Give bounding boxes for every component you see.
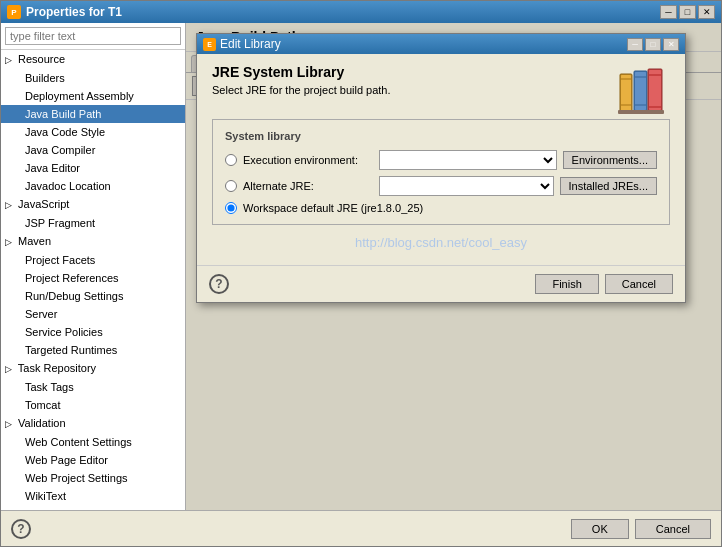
tree-container: ▷ Resource Builders Deployment Assembly … (1, 50, 185, 510)
title-bar-controls: ─ □ ✕ (660, 5, 715, 19)
sidebar-item-web-content-settings[interactable]: Web Content Settings (1, 433, 185, 451)
bottom-left: ? (11, 519, 31, 539)
filter-box (1, 23, 185, 50)
sidebar-item-label: Project Facets (25, 254, 95, 266)
sidebar-item-jsp-fragment[interactable]: JSP Fragment (1, 214, 185, 232)
workspace-jre-radio[interactable] (225, 202, 237, 214)
expand-arrow: ▷ (5, 416, 15, 432)
expand-arrow: ▷ (5, 52, 15, 68)
execution-env-row: Execution environment: Environments... (225, 150, 657, 170)
sidebar-item-label: Java Compiler (25, 144, 95, 156)
jre-section-title: JRE System Library (212, 64, 391, 80)
cancel-button[interactable]: Cancel (635, 519, 711, 539)
modal-body: JRE System Library Select JRE for the pr… (197, 54, 685, 265)
sidebar-item-label: Web Content Settings (25, 436, 132, 448)
sidebar-item-maven[interactable]: ▷ Maven (1, 232, 185, 251)
maximize-button[interactable]: □ (679, 5, 696, 19)
sidebar-item-java-build-path[interactable]: Java Build Path (1, 105, 185, 123)
sidebar-item-targeted-runtimes[interactable]: Targeted Runtimes (1, 341, 185, 359)
sidebar-item-web-project-settings[interactable]: Web Project Settings (1, 469, 185, 487)
sidebar-item-label: Web Project Settings (25, 472, 128, 484)
modal-minimize-button[interactable]: ─ (627, 38, 643, 51)
sidebar-item-label: Server (25, 308, 57, 320)
sidebar-item-project-references[interactable]: Project References (1, 269, 185, 287)
sidebar-item-resource-group[interactable]: ▷ Resource (1, 50, 185, 69)
system-library-label: System library (225, 130, 657, 142)
sidebar-item-label: Deployment Assembly (25, 90, 134, 102)
svg-rect-11 (649, 106, 661, 108)
svg-rect-10 (649, 74, 661, 76)
sidebar-item-task-tags[interactable]: Task Tags (1, 378, 185, 396)
installed-jres-button[interactable]: Installed JREs... (560, 177, 657, 195)
ok-button[interactable]: OK (571, 519, 629, 539)
modal-help-button[interactable]: ? (209, 274, 229, 294)
modal-close-button[interactable]: ✕ (663, 38, 679, 51)
watermark-text: http://blog.csdn.net/cool_easy (212, 235, 670, 250)
close-button[interactable]: ✕ (698, 5, 715, 19)
modal-footer: ? Finish Cancel (197, 265, 685, 302)
sidebar-item-label: Validation (18, 417, 66, 429)
minimize-button[interactable]: ─ (660, 5, 677, 19)
sidebar-item-label: Targeted Runtimes (25, 344, 117, 356)
sidebar-item-javascript[interactable]: ▷ JavaScript (1, 195, 185, 214)
sidebar-item-web-page-editor[interactable]: Web Page Editor (1, 451, 185, 469)
content-area: ▷ Resource Builders Deployment Assembly … (1, 23, 721, 510)
sidebar-item-label: Run/Debug Settings (25, 290, 123, 302)
environments-button[interactable]: Environments... (563, 151, 657, 169)
window-icon: P (7, 5, 21, 19)
sidebar-item-label: Task Tags (25, 381, 74, 393)
execution-env-dropdown[interactable] (379, 150, 557, 170)
sidebar-item-validation[interactable]: ▷ Validation (1, 414, 185, 433)
sidebar-item-label: WikiText (25, 490, 66, 502)
alternate-jre-row: Alternate JRE: Installed JREs... (225, 176, 657, 196)
help-symbol: ? (215, 277, 222, 291)
modal-title-bar: E Edit Library ─ □ ✕ (197, 34, 685, 54)
finish-button[interactable]: Finish (535, 274, 598, 294)
help-symbol: ? (17, 522, 24, 536)
sidebar-item-label: Java Build Path (25, 108, 101, 120)
svg-rect-3 (621, 104, 631, 106)
bottom-bar: ? OK Cancel (1, 510, 721, 546)
jre-section-desc: Select JRE for the project build path. (212, 84, 391, 96)
sidebar-item-java-editor[interactable]: Java Editor (1, 159, 185, 177)
modal-maximize-button[interactable]: □ (645, 38, 661, 51)
sidebar-item-javadoc-location[interactable]: Javadoc Location (1, 177, 185, 195)
sidebar-item-task-repository[interactable]: ▷ Task Repository (1, 359, 185, 378)
sidebar-item-java-code-style[interactable]: Java Code Style (1, 123, 185, 141)
right-panel: Java Build Path Source Projects Librarie… (186, 23, 721, 510)
alternate-jre-dropdown[interactable] (379, 176, 554, 196)
execution-env-radio[interactable] (225, 154, 237, 166)
svg-rect-12 (618, 110, 664, 114)
sidebar-item-server[interactable]: Server (1, 305, 185, 323)
help-button[interactable]: ? (11, 519, 31, 539)
modal-cancel-button[interactable]: Cancel (605, 274, 673, 294)
sidebar-item-project-facets[interactable]: Project Facets (1, 251, 185, 269)
modal-title: Edit Library (220, 37, 281, 51)
expand-arrow: ▷ (5, 234, 15, 250)
sidebar-item-tomcat[interactable]: Tomcat (1, 396, 185, 414)
sidebar-item-label: Javadoc Location (25, 180, 111, 192)
svg-rect-2 (621, 78, 631, 80)
sidebar-item-run-debug-settings[interactable]: Run/Debug Settings (1, 287, 185, 305)
sidebar-item-label: Web Page Editor (25, 454, 108, 466)
sidebar-item-label: Builders (25, 72, 65, 84)
sidebar-item-wikitext[interactable]: WikiText (1, 487, 185, 505)
alternate-jre-radio[interactable] (225, 180, 237, 192)
svg-rect-6 (635, 76, 646, 78)
workspace-jre-row: Workspace default JRE (jre1.8.0_25) (225, 202, 657, 214)
main-window: P Properties for T1 ─ □ ✕ ▷ Resource Bui… (0, 0, 722, 547)
title-bar-left: P Properties for T1 (7, 5, 122, 19)
modal-window-icon: E (203, 38, 216, 51)
sidebar-item-deployment-assembly[interactable]: Deployment Assembly (1, 87, 185, 105)
sidebar-item-label: Maven (18, 235, 51, 247)
filter-input[interactable] (5, 27, 181, 45)
workspace-jre-label: Workspace default JRE (jre1.8.0_25) (243, 202, 423, 214)
modal-title-left: E Edit Library (203, 37, 281, 51)
window-title: Properties for T1 (26, 5, 122, 19)
sidebar-item-label: Service Policies (25, 326, 103, 338)
sidebar-item-builders[interactable]: Builders (1, 69, 185, 87)
sidebar-item-java-compiler[interactable]: Java Compiler (1, 141, 185, 159)
alternate-jre-label: Alternate JRE: (243, 180, 373, 192)
sidebar-item-service-policies[interactable]: Service Policies (1, 323, 185, 341)
edit-library-dialog: E Edit Library ─ □ ✕ JRE Sy (196, 33, 686, 303)
